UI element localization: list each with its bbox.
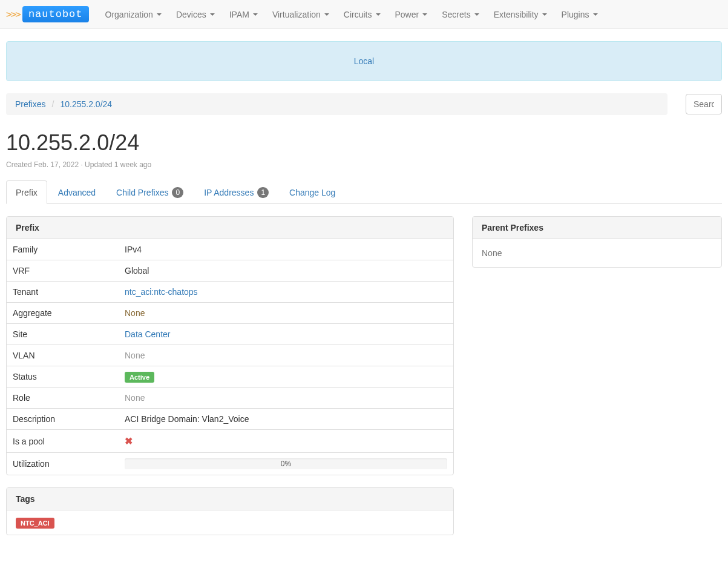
- row-aggregate: Aggregate None: [7, 303, 453, 324]
- tab-label: Prefix: [16, 188, 38, 197]
- label-vlan: VLAN: [7, 345, 119, 366]
- caret-icon: [542, 13, 547, 16]
- tab-bar: Prefix Advanced Child Prefixes 0 IP Addr…: [6, 180, 722, 204]
- tab-label: IP Addresses: [204, 188, 254, 197]
- row-vrf: VRF Global: [7, 260, 453, 282]
- tab-advanced[interactable]: Advanced: [48, 180, 105, 204]
- label-status: Status: [7, 366, 119, 388]
- parent-prefixes-panel: Parent Prefixes None: [472, 216, 722, 268]
- nav-label: Extensibility: [494, 10, 539, 19]
- caret-icon: [474, 13, 479, 16]
- row-site: Site Data Center: [7, 324, 453, 345]
- chevrons-icon: >>>: [6, 8, 20, 20]
- nav-label: Organization: [105, 10, 153, 19]
- page-title: 10.255.2.0/24: [6, 130, 722, 156]
- label-site: Site: [7, 324, 119, 345]
- tags-panel: Tags NTC_ACI: [6, 487, 454, 535]
- tags-panel-heading: Tags: [7, 488, 453, 510]
- row-utilization: Utilization 0%: [7, 453, 453, 475]
- breadcrumb-separator: /: [52, 99, 54, 109]
- prefix-panel-heading: Prefix: [7, 217, 453, 239]
- ip-addresses-count-badge: 1: [257, 187, 269, 198]
- brand-logo[interactable]: >>> nautobot: [6, 6, 89, 22]
- value-vlan: None: [125, 351, 145, 360]
- value-aggregate: None: [125, 308, 145, 318]
- nav-devices[interactable]: Devices: [169, 1, 222, 28]
- label-description: Description: [7, 409, 119, 430]
- utilization-bar: 0%: [125, 458, 447, 469]
- search-input[interactable]: [686, 94, 722, 114]
- parent-prefixes-body: None: [473, 239, 721, 267]
- x-icon: ✖: [125, 436, 133, 446]
- row-family: Family IPv4: [7, 239, 453, 260]
- status-badge: Active: [125, 372, 154, 383]
- row-is-pool: Is a pool ✖: [7, 430, 453, 453]
- row-tenant: Tenant ntc_aci:ntc-chatops: [7, 282, 453, 303]
- brand-text: nautobot: [22, 6, 89, 22]
- prefix-panel: Prefix Family IPv4 VRF Global Tenant ntc…: [6, 216, 454, 475]
- value-vrf: Global: [119, 260, 453, 282]
- caret-icon: [324, 13, 329, 16]
- nav-ipam[interactable]: IPAM: [222, 1, 265, 28]
- label-utilization: Utilization: [7, 453, 119, 475]
- tab-change-log[interactable]: Change Log: [280, 180, 345, 204]
- label-tenant: Tenant: [7, 282, 119, 303]
- region-banner: Local: [6, 41, 722, 81]
- caret-icon: [422, 13, 427, 16]
- utilization-value: 0%: [125, 458, 447, 469]
- parent-prefixes-heading: Parent Prefixes: [473, 217, 721, 239]
- row-vlan: VLAN None: [7, 345, 453, 366]
- label-vrf: VRF: [7, 260, 119, 282]
- value-description: ACI Bridge Domain: Vlan2_Voice: [119, 409, 453, 430]
- nav-label: Power: [395, 10, 419, 19]
- tag-item[interactable]: NTC_ACI: [16, 518, 54, 529]
- tab-label: Change Log: [289, 188, 335, 197]
- nav-plugins[interactable]: Plugins: [554, 1, 605, 28]
- nav-label: Devices: [176, 10, 206, 19]
- breadcrumb-current[interactable]: 10.255.2.0/24: [60, 99, 112, 109]
- value-role: None: [125, 393, 145, 403]
- row-role: Role None: [7, 388, 453, 409]
- tab-label: Child Prefixes: [116, 188, 168, 197]
- nav-label: IPAM: [229, 10, 249, 19]
- tab-prefix[interactable]: Prefix: [6, 180, 47, 204]
- nav-label: Virtualization: [272, 10, 321, 19]
- nav-extensibility[interactable]: Extensibility: [487, 1, 554, 28]
- nav-label: Circuits: [344, 10, 372, 19]
- nav-secrets[interactable]: Secrets: [435, 1, 486, 28]
- label-role: Role: [7, 388, 119, 409]
- value-tenant-link[interactable]: ntc_aci:ntc-chatops: [125, 287, 198, 297]
- caret-icon: [253, 13, 258, 16]
- label-is-pool: Is a pool: [7, 430, 119, 453]
- child-prefixes-count-badge: 0: [172, 187, 183, 198]
- banner-link[interactable]: Local: [354, 56, 374, 66]
- nav-label: Secrets: [442, 10, 470, 19]
- nav-circuits[interactable]: Circuits: [336, 1, 388, 28]
- label-family: Family: [7, 239, 119, 260]
- value-site-link[interactable]: Data Center: [125, 329, 170, 339]
- breadcrumb-root[interactable]: Prefixes: [15, 99, 46, 109]
- nav-virtualization[interactable]: Virtualization: [265, 1, 336, 28]
- row-description: Description ACI Bridge Domain: Vlan2_Voi…: [7, 409, 453, 430]
- caret-icon: [593, 13, 598, 16]
- tab-label: Advanced: [58, 188, 96, 197]
- row-status: Status Active: [7, 366, 453, 388]
- nav-label: Plugins: [562, 10, 589, 19]
- breadcrumb: Prefixes / 10.255.2.0/24: [6, 93, 667, 115]
- label-aggregate: Aggregate: [7, 303, 119, 324]
- nav-organization[interactable]: Organization: [98, 1, 169, 28]
- top-navbar: >>> nautobot Organization Devices IPAM V…: [0, 0, 728, 29]
- tab-child-prefixes[interactable]: Child Prefixes 0: [107, 180, 193, 204]
- caret-icon: [210, 13, 215, 16]
- caret-icon: [157, 13, 162, 16]
- nav-power[interactable]: Power: [388, 1, 435, 28]
- page-meta: Created Feb. 17, 2022 · Updated 1 week a…: [6, 160, 722, 169]
- value-family: IPv4: [119, 239, 453, 260]
- caret-icon: [376, 13, 381, 16]
- tab-ip-addresses[interactable]: IP Addresses 1: [194, 180, 278, 204]
- prefix-table: Family IPv4 VRF Global Tenant ntc_aci:nt…: [7, 239, 453, 475]
